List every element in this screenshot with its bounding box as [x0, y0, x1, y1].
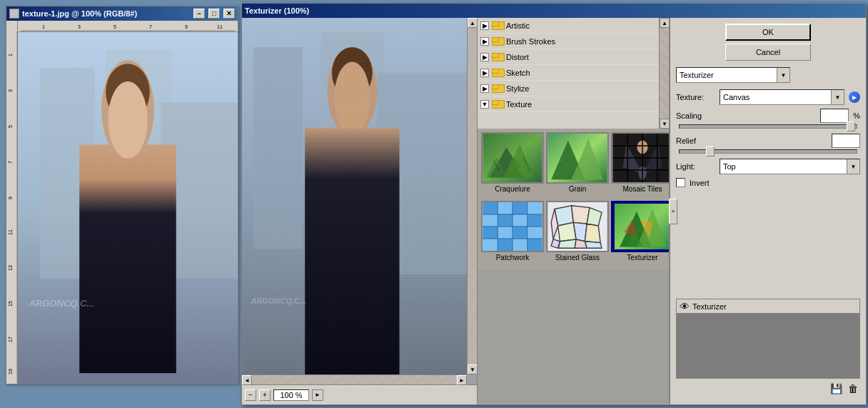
zoom-out-button[interactable]: − [245, 389, 256, 401]
svg-text:19: 19 [8, 369, 13, 374]
svg-marker-101 [585, 224, 600, 242]
svg-text:11: 11 [217, 24, 223, 29]
filter-item-artistic[interactable]: ▶ Artistic [478, 18, 659, 34]
svg-text:5: 5 [8, 125, 13, 128]
invert-checkbox[interactable] [676, 178, 685, 187]
svg-text:7: 7 [149, 24, 152, 29]
expand-distort[interactable]: ▶ [480, 53, 489, 61]
svg-point-55 [571, 154, 572, 155]
ok-button[interactable]: OK [725, 24, 811, 41]
relief-input[interactable]: 4 [832, 134, 860, 148]
svg-rect-80 [483, 227, 498, 239]
filter-list-wrapper: ▶ Artistic ▶ Brush Strokes ▶ Distor [478, 18, 669, 129]
texture-dropdown[interactable]: Canvas ▼ [720, 89, 844, 105]
zoom-in-button[interactable]: + [259, 389, 271, 401]
filter-item-brushstrokes[interactable]: ▶ Brush Strokes [478, 34, 659, 49]
relief-row: Relief 4 [676, 134, 860, 148]
craquelure-label: Craquelure [495, 185, 530, 193]
preset-dropdown-arrow[interactable]: ▼ [777, 68, 789, 82]
preset-dropdown[interactable]: Texturizer ▼ [676, 67, 790, 83]
patchwork-label: Patchwork [496, 254, 530, 262]
svg-text:3: 3 [8, 89, 13, 92]
collapse-button[interactable]: « [669, 199, 677, 224]
delete-icon[interactable]: 🗑 [846, 382, 860, 396]
texturizer-thumbnail[interactable] [611, 201, 669, 252]
preview-scroll-up[interactable]: ▲ [468, 18, 478, 28]
preview-hscrollbar[interactable]: ◄ ► [242, 374, 467, 384]
svg-point-58 [557, 170, 559, 171]
mosaic-thumbnail[interactable] [611, 132, 669, 184]
controls-panel: « OK Cancel Texturizer ▼ Texture: Canvas… [670, 18, 866, 404]
photo-canvas: ARGONCQ.C... [18, 32, 238, 384]
light-row: Light: Top ▼ [676, 159, 860, 174]
filter-preview-section: 👁 Texturizer 💾 🗑 [676, 299, 860, 399]
invert-label: Invert [690, 179, 729, 187]
texture-nav-button[interactable]: ▶ [849, 91, 860, 103]
patchwork-thumbnail[interactable] [481, 201, 544, 252]
preview-scroll-down[interactable]: ▼ [468, 364, 478, 374]
filter-scroll-up[interactable]: ▲ [660, 18, 670, 28]
image-window-titlebar: texture-1.jpg @ 100% (RGB/8#) − □ ✕ [6, 6, 238, 21]
svg-rect-73 [498, 202, 513, 214]
scaling-input[interactable]: 100 [820, 109, 849, 123]
scaling-slider-track[interactable] [679, 124, 857, 129]
filter-item-distort[interactable]: ▶ Distort [478, 49, 659, 65]
preview-panel: ARGONCQ.C... ▲ ▼ ◄ ► − + 100 % ► [242, 18, 478, 404]
light-dropdown-arrow[interactable]: ▼ [847, 159, 859, 174]
preview-scroll-track-h [252, 375, 457, 384]
save-icon[interactable]: 💾 [829, 382, 843, 396]
svg-text:9: 9 [185, 24, 188, 29]
maximize-button[interactable]: □ [208, 9, 220, 19]
expand-stylize[interactable]: ▶ [480, 84, 489, 93]
craquelure-svg [483, 134, 542, 182]
svg-rect-81 [498, 227, 513, 239]
texturizer-label: Texturizer [627, 254, 657, 262]
relief-slider-thumb[interactable] [706, 146, 715, 156]
expand-texture[interactable]: ▼ [480, 100, 489, 109]
preview-scroll-left[interactable]: ◄ [242, 375, 252, 385]
stainedglass-thumbnail[interactable] [546, 201, 609, 252]
svg-text:11: 11 [8, 229, 13, 235]
relief-slider-track[interactable] [679, 149, 857, 154]
filter-item-sketch[interactable]: ▶ Sketch [478, 65, 659, 81]
texture-dropdown-arrow[interactable]: ▼ [831, 90, 844, 104]
grain-thumbnail[interactable] [546, 132, 609, 184]
cancel-button[interactable]: Cancel [725, 44, 811, 61]
filter-item-texture[interactable]: ▼ Texture [478, 96, 659, 112]
folder-icon-distort [492, 53, 503, 61]
filter-vscrollbar[interactable]: ▲ ▼ [659, 18, 669, 129]
preview-scroll-right[interactable]: ► [457, 375, 467, 385]
texture-empty-area [478, 270, 669, 404]
craquelure-thumbnail[interactable] [481, 132, 544, 184]
svg-rect-78 [513, 214, 528, 227]
close-button[interactable]: ✕ [223, 9, 235, 19]
filter-item-stylize[interactable]: ▶ Stylize [478, 81, 659, 96]
light-dropdown[interactable]: Top ▼ [720, 159, 860, 174]
scaling-label: Scaling [676, 111, 715, 120]
texture-stainedglass[interactable]: Stained Glass [546, 201, 609, 267]
scaling-slider-thumb[interactable] [847, 121, 855, 131]
svg-rect-72 [483, 202, 498, 214]
svg-text:15: 15 [8, 301, 13, 307]
light-label: Light: [676, 162, 715, 171]
texture-row: Texture: Canvas ▼ ▶ [676, 89, 860, 105]
texture-mosaic[interactable]: Mosaic Tiles [611, 132, 669, 199]
svg-text:9: 9 [8, 196, 13, 199]
minimize-button[interactable]: − [193, 9, 205, 19]
texture-patchwork[interactable]: Patchwork [481, 201, 544, 267]
relief-label: Relief [676, 136, 715, 145]
stainedglass-label: Stained Glass [555, 254, 600, 262]
expand-artistic[interactable]: ▶ [480, 21, 489, 30]
preview-vscrollbar[interactable]: ▲ ▼ [467, 18, 477, 374]
texture-grain[interactable]: Grain [546, 132, 609, 199]
svg-text:ARGONCQ.C...: ARGONCQ.C... [28, 298, 94, 309]
texture-craquelure[interactable]: Craquelure [481, 132, 544, 199]
navigate-button[interactable]: ► [312, 389, 323, 401]
patchwork-svg [483, 202, 542, 251]
expand-brushstrokes[interactable]: ▶ [480, 37, 489, 46]
expand-sketch[interactable]: ▶ [480, 69, 489, 77]
filter-texture-panel: ▶ Artistic ▶ Brush Strokes ▶ Distor [478, 18, 670, 404]
texture-texturizer[interactable]: Texturizer [611, 201, 669, 267]
filter-preview-eye-icon[interactable]: 👁 [680, 301, 690, 312]
filter-scroll-down[interactable]: ▼ [660, 119, 670, 129]
